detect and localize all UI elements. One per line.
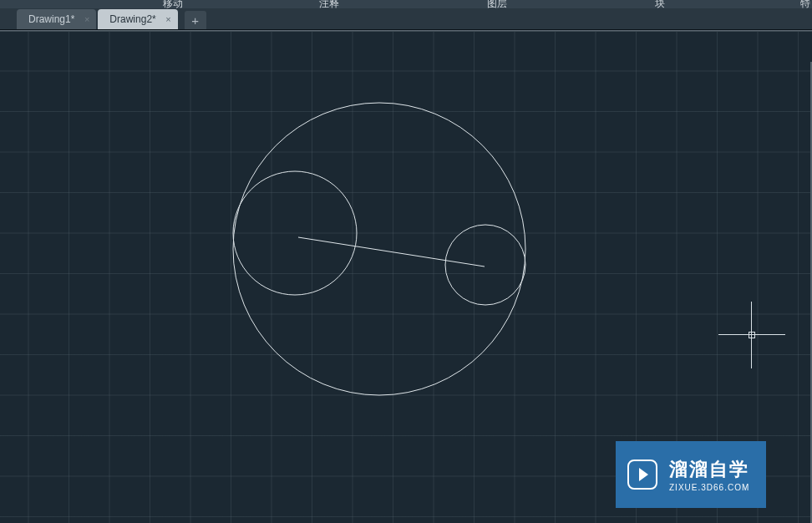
close-icon[interactable]: ×: [165, 15, 170, 24]
drawing-canvas[interactable]: 溜溜自学 ZIXUE.3D66.COM: [0, 32, 812, 523]
tab-label: Drawing2*: [109, 13, 155, 25]
close-icon[interactable]: ×: [84, 15, 89, 24]
ribbon-menu: 移动 注释 图层 块 特: [0, 0, 812, 8]
plus-icon: +: [191, 13, 199, 28]
watermark-title: 溜溜自学: [669, 457, 749, 482]
watermark-subtitle: ZIXUE.3D66.COM: [669, 483, 749, 492]
document-tab-drawing1[interactable]: Drawing1* ×: [17, 9, 96, 29]
document-tab-bar: Drawing1* × Drawing2* × +: [0, 8, 812, 30]
watermark-badge: 溜溜自学 ZIXUE.3D66.COM: [616, 441, 766, 508]
tab-label: Drawing1*: [28, 13, 74, 25]
document-tab-drawing2[interactable]: Drawing2* ×: [98, 9, 177, 29]
new-tab-button[interactable]: +: [185, 11, 206, 29]
play-icon: [627, 460, 657, 490]
